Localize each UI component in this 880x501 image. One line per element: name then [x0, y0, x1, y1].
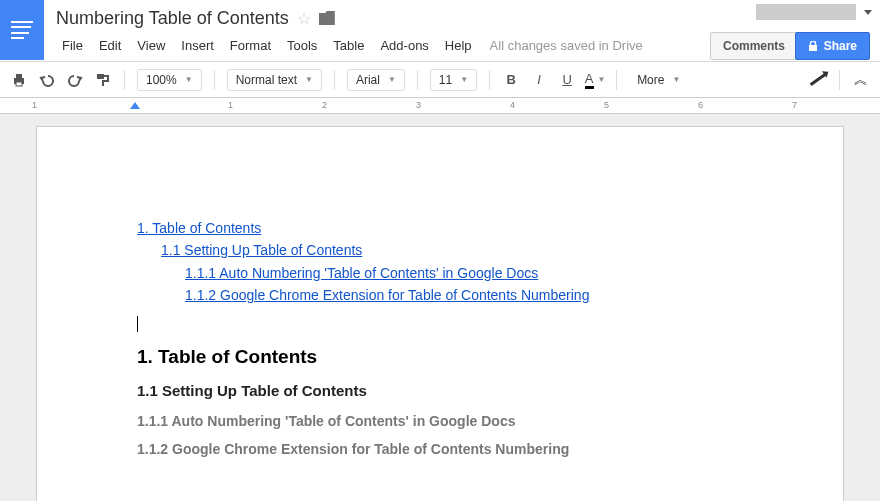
chevron-down-icon: ▼	[672, 75, 680, 84]
ruler-num: 6	[698, 100, 703, 110]
ruler-num: 7	[792, 100, 797, 110]
more-label: More	[637, 73, 664, 87]
undo-icon[interactable]	[38, 71, 56, 89]
menu-edit[interactable]: Edit	[93, 36, 127, 55]
share-button[interactable]: Share	[795, 32, 870, 60]
bold-button[interactable]: B	[502, 71, 520, 89]
ruler-num: 2	[322, 100, 327, 110]
font-size-select[interactable]: 11▼	[430, 69, 477, 91]
document-title[interactable]: Numbering Table of Contents	[56, 8, 289, 29]
heading-2[interactable]: 1.1 Setting Up Table of Contents	[137, 382, 743, 399]
chevron-down-icon: ▼	[305, 75, 313, 84]
ruler-num: 4	[510, 100, 515, 110]
chevron-down-icon: ▼	[185, 75, 193, 84]
page[interactable]: 1. Table of Contents 1.1 Setting Up Tabl…	[36, 126, 844, 501]
zoom-value: 100%	[146, 73, 177, 87]
indent-marker[interactable]	[130, 102, 140, 109]
underline-button[interactable]: U	[558, 71, 576, 89]
folder-icon[interactable]	[319, 11, 335, 25]
svg-rect-3	[16, 82, 22, 86]
ruler-num: 3	[416, 100, 421, 110]
text-color-button[interactable]: A▼	[586, 71, 604, 89]
ruler[interactable]: 1 1 2 3 4 5 6 7	[0, 98, 880, 114]
toc-link-1[interactable]: 1. Table of Contents	[137, 217, 261, 239]
account-menu-caret[interactable]	[864, 10, 872, 15]
svg-rect-4	[97, 74, 104, 79]
font-family-select[interactable]: Arial▼	[347, 69, 405, 91]
document-canvas[interactable]: 1. Table of Contents 1.1 Setting Up Tabl…	[0, 114, 880, 501]
star-icon[interactable]: ☆	[297, 9, 311, 28]
paragraph-style-select[interactable]: Normal text▼	[227, 69, 322, 91]
font-size-value: 11	[439, 73, 452, 87]
toolbar: 100%▼ Normal text▼ Arial▼ 11▼ B I U A▼ M…	[0, 62, 880, 98]
chevron-down-icon: ▼	[460, 75, 468, 84]
text-cursor	[137, 316, 138, 332]
menu-addons[interactable]: Add-ons	[374, 36, 434, 55]
lock-icon	[808, 41, 818, 51]
more-button[interactable]: More▼	[629, 70, 688, 90]
menu-help[interactable]: Help	[439, 36, 478, 55]
menu-tools[interactable]: Tools	[281, 36, 323, 55]
account-info[interactable]	[756, 4, 856, 20]
text-cursor-line[interactable]	[137, 315, 743, 332]
menu-table[interactable]: Table	[327, 36, 370, 55]
heading-1[interactable]: 1. Table of Contents	[137, 346, 743, 368]
menu-file[interactable]: File	[56, 36, 89, 55]
svg-rect-0	[809, 45, 817, 51]
paint-format-icon[interactable]	[94, 71, 112, 89]
svg-rect-2	[16, 74, 22, 78]
font-family-value: Arial	[356, 73, 380, 87]
save-status: All changes saved in Drive	[490, 38, 643, 53]
chevron-down-icon: ▼	[388, 75, 396, 84]
header: Numbering Table of Contents ☆ File Edit …	[0, 0, 880, 62]
chevron-down-icon: ▼	[598, 75, 606, 84]
redo-icon[interactable]	[66, 71, 84, 89]
ruler-num: 1	[32, 100, 37, 110]
docs-logo-icon	[11, 21, 33, 39]
heading-3a[interactable]: 1.1.1 Auto Numbering 'Table of Contents'…	[137, 413, 743, 429]
share-button-label: Share	[824, 39, 857, 53]
toc-link-1-1[interactable]: 1.1 Setting Up Table of Contents	[161, 239, 362, 261]
comments-button[interactable]: Comments	[710, 32, 798, 60]
zoom-select[interactable]: 100%▼	[137, 69, 202, 91]
paragraph-style-value: Normal text	[236, 73, 297, 87]
menu-insert[interactable]: Insert	[175, 36, 220, 55]
docs-logo[interactable]	[0, 0, 44, 60]
menu-format[interactable]: Format	[224, 36, 277, 55]
hide-menus-icon[interactable]: ︽	[852, 71, 870, 89]
print-icon[interactable]	[10, 71, 28, 89]
ruler-num: 1	[228, 100, 233, 110]
editing-mode-icon[interactable]	[809, 71, 827, 89]
toc-link-1-1-1[interactable]: 1.1.1 Auto Numbering 'Table of Contents'…	[185, 262, 538, 284]
toc-link-1-1-2[interactable]: 1.1.2 Google Chrome Extension for Table …	[185, 284, 589, 306]
heading-3b[interactable]: 1.1.2 Google Chrome Extension for Table …	[137, 441, 743, 457]
italic-button[interactable]: I	[530, 71, 548, 89]
menu-view[interactable]: View	[131, 36, 171, 55]
ruler-num: 5	[604, 100, 609, 110]
